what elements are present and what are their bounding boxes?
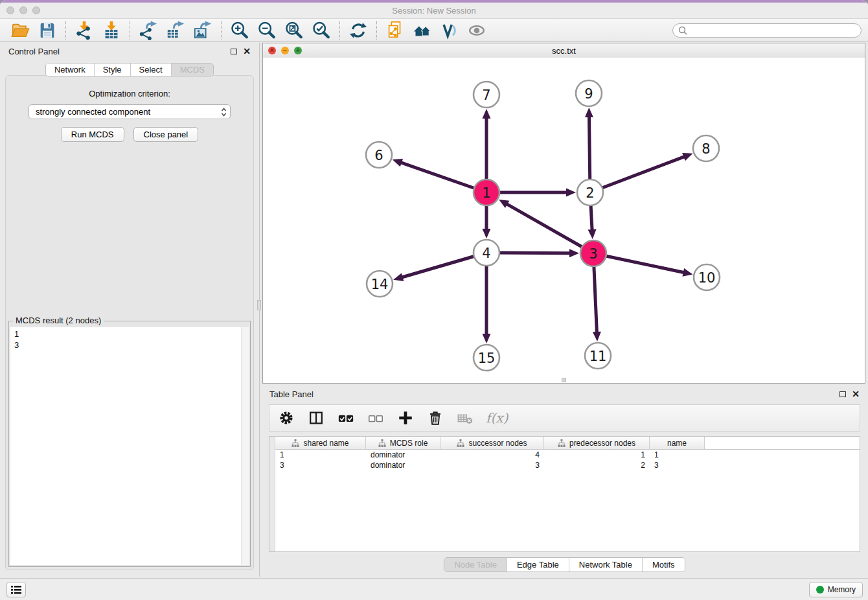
open-session-icon[interactable] [6, 20, 34, 41]
vizmap-icon[interactable] [436, 20, 463, 41]
select-all-icon[interactable] [337, 409, 355, 427]
table-cell[interactable]: dominator [366, 461, 440, 470]
split-panel-icon[interactable] [307, 409, 325, 427]
home-icon[interactable] [409, 20, 436, 41]
edge-2-8[interactable] [590, 153, 692, 192]
column-header-MCDS-role[interactable]: MCDS role [366, 437, 440, 449]
column-header-successor-nodes[interactable]: successor nodes [440, 437, 544, 449]
column-header-shared-name[interactable]: shared name [275, 437, 366, 449]
import-table-icon[interactable] [98, 20, 125, 41]
toolbar-icon-groups [6, 20, 490, 41]
zoom-in-icon[interactable] [226, 20, 253, 41]
mcds-result-title: MCDS result (2 nodes) [13, 316, 104, 325]
network-window-titlebar[interactable]: ×−+ scc.txt [263, 43, 865, 58]
node-label: 7 [482, 87, 490, 103]
tab-node-table[interactable]: Node Table [444, 558, 507, 571]
node-4[interactable]: 4 [474, 240, 499, 266]
close-panel-icon[interactable]: ✕ [243, 48, 251, 54]
delete-column-icon[interactable] [426, 409, 444, 427]
node-label: 2 [586, 185, 594, 201]
node-11[interactable]: 11 [585, 343, 611, 369]
task-history-button[interactable] [6, 582, 26, 597]
application-window: Session: New Session Control Panel ✕ Net… [0, 0, 868, 600]
node-14[interactable]: 14 [367, 271, 393, 297]
node-15[interactable]: 15 [474, 345, 499, 371]
tab-network-table[interactable]: Network Table [569, 558, 642, 571]
tab-style[interactable]: Style [94, 63, 130, 76]
float-table-panel-icon[interactable] [839, 391, 846, 397]
zoom-selected-icon[interactable] [308, 20, 335, 41]
edge-1-6[interactable] [393, 159, 486, 192]
table-cell[interactable]: 3 [275, 461, 366, 470]
search-input[interactable] [691, 25, 856, 36]
control-panel: Control Panel ✕ NetworkStyleSelectMCDS O… [0, 43, 259, 577]
eye-icon[interactable] [463, 20, 490, 41]
memory-label: Memory [828, 585, 856, 594]
column-header-predecessor-nodes[interactable]: predecessor nodes [544, 437, 650, 449]
table-cell[interactable]: 1 [650, 450, 705, 459]
float-panel-icon[interactable] [231, 49, 237, 54]
result-scrollbar[interactable] [241, 327, 249, 565]
node-8[interactable]: 8 [693, 135, 719, 161]
export-image-icon[interactable] [189, 20, 216, 41]
table-cell[interactable]: 3 [650, 461, 705, 470]
table-cell[interactable]: 1 [275, 450, 366, 459]
window-resize-handle[interactable] [562, 378, 566, 382]
node-10[interactable]: 10 [694, 264, 720, 290]
node-6[interactable]: 6 [366, 142, 392, 168]
node-label: 3 [589, 246, 597, 262]
network-graph: 7968124314101511 [263, 58, 865, 383]
table-cell[interactable]: 3 [440, 461, 544, 470]
optimization-select[interactable]: strongly connected component [29, 104, 231, 119]
save-session-icon[interactable] [34, 20, 61, 41]
edge-4-14[interactable] [393, 253, 486, 281]
column-type-icon [457, 439, 464, 447]
edge-3-10[interactable] [593, 253, 692, 277]
node-3[interactable]: 3 [580, 240, 606, 266]
tab-edge-table[interactable]: Edge Table [507, 558, 569, 571]
network-canvas[interactable]: 7968124314101511 [263, 58, 865, 383]
refresh-network-icon[interactable] [345, 20, 372, 41]
table-cell[interactable]: 1 [544, 450, 650, 459]
node-2[interactable]: 2 [577, 179, 603, 205]
memory-button[interactable]: Memory [809, 582, 863, 597]
dock-splitter-handle[interactable] [257, 300, 261, 310]
settings-gear-icon[interactable] [277, 409, 295, 427]
memory-status-icon [816, 586, 824, 594]
node-9[interactable]: 9 [576, 80, 602, 106]
edge-3-1[interactable] [499, 200, 593, 253]
table-row[interactable]: 1dominator411 [275, 450, 860, 460]
column-header-name[interactable]: name [650, 437, 705, 449]
search-field[interactable] [672, 23, 862, 38]
table-cell[interactable]: 2 [544, 461, 650, 470]
search-icon [678, 26, 687, 35]
mcds-result-line: 3 [14, 340, 245, 351]
network-file-icon[interactable] [382, 20, 409, 41]
edge-4-3[interactable] [486, 249, 579, 257]
run-mcds-button[interactable]: Run MCDS [61, 127, 124, 142]
node-1[interactable]: 1 [474, 179, 499, 205]
select-stepper-icon [221, 107, 227, 117]
close-table-panel-icon[interactable]: ✕ [852, 391, 860, 397]
zoom-out-icon[interactable] [253, 20, 280, 41]
import-network-icon[interactable] [71, 20, 98, 41]
tab-select[interactable]: Select [130, 63, 171, 76]
add-column-icon[interactable] [396, 409, 415, 427]
mcds-panel: Optimization criterion: strongly connect… [5, 75, 254, 570]
table-panel: Table Panel ✕ f(x) shared nameMCDS roles… [261, 386, 868, 577]
mcds-result-textarea[interactable]: 13 [10, 327, 249, 565]
deselect-all-icon[interactable] [367, 409, 385, 427]
export-network-icon[interactable] [135, 20, 162, 41]
table-cell[interactable]: 4 [440, 450, 544, 459]
node-7[interactable]: 7 [474, 82, 499, 108]
column-header-label: successor nodes [468, 439, 527, 448]
table-cell[interactable]: dominator [366, 450, 440, 459]
mcds-result-line: 1 [14, 329, 245, 340]
export-table-icon[interactable] [162, 20, 189, 41]
zoom-fit-icon[interactable] [280, 20, 308, 41]
table-row[interactable]: 3dominator323 [275, 460, 860, 470]
tab-network[interactable]: Network [46, 63, 94, 76]
tab-motifs[interactable]: Motifs [642, 558, 685, 571]
close-panel-button[interactable]: Close panel [133, 127, 199, 142]
tab-mcds[interactable]: MCDS [171, 63, 213, 76]
